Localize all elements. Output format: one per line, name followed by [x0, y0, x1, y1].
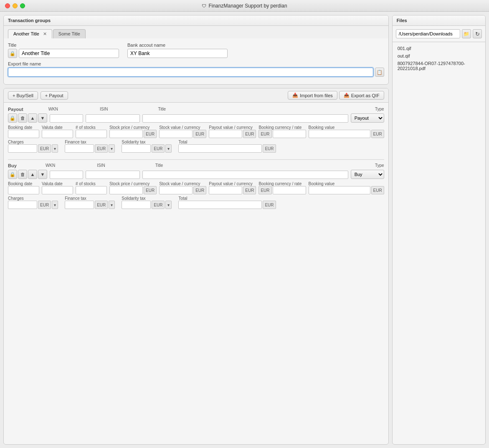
bank-account-input[interactable]: [127, 49, 228, 58]
close-button[interactable]: [5, 3, 10, 8]
buy-booking-currency-input[interactable]: [273, 186, 306, 194]
payout-delete-btn[interactable]: 🗑: [18, 113, 27, 123]
minimize-button[interactable]: [13, 3, 18, 8]
files-panel: Files 📁 ↻ 001.qif out.qif 80079: [392, 15, 486, 445]
payout-stock-value-currency: EUR: [193, 130, 206, 138]
payout-type-col-label: Payout: [8, 107, 23, 112]
tab-some-title[interactable]: Some Title: [53, 29, 86, 38]
payout-wkn-col: WKN: [48, 107, 58, 112]
payout-valuta-date-label: Valuta date: [42, 125, 73, 130]
payout-total-currency: EUR: [263, 144, 276, 153]
buy-num-stocks-label: # of stocks: [76, 181, 107, 186]
export-file-browse-button[interactable]: 📋: [375, 68, 384, 77]
payout-charges-currency: EUR: [38, 144, 51, 153]
payout-booking-value-input[interactable]: [309, 130, 370, 138]
payout-payout-value-label: Payout value / currency: [209, 125, 256, 130]
buy-payout-value-currency: EUR: [243, 186, 256, 194]
buy-valuta-date-input[interactable]: [42, 186, 73, 194]
payout-stock-price-input[interactable]: [109, 130, 143, 138]
buy-booking-value-input[interactable]: [309, 186, 370, 194]
payout-isin-input[interactable]: [86, 114, 140, 123]
transactions-toolbar: + Buy/Sell + Payout 📥 Import from files …: [4, 88, 388, 103]
buy-booking-value-currency: EUR: [371, 186, 384, 194]
payout-type-select[interactable]: Payout: [351, 113, 384, 123]
payout-booking-currency-label: Booking currency / rate: [258, 125, 306, 130]
import-from-files-button[interactable]: 📥 Import from files: [288, 91, 337, 100]
export-as-qif-button[interactable]: 📤 Export as QIF: [339, 91, 384, 100]
transaction-block-buy: Buy WKN ISIN Title Type 🔒 🗑 ▲ ▼: [8, 163, 384, 209]
buy-booking-value-label: Booking value: [309, 181, 384, 186]
payout-booking-date-input[interactable]: [8, 130, 39, 138]
files-refresh-button[interactable]: ↻: [473, 29, 482, 38]
tab-close-icon[interactable]: ✕: [43, 31, 47, 36]
file-item[interactable]: 001.qif: [396, 45, 482, 52]
buy-wkn-input[interactable]: [50, 171, 83, 179]
payout-stock-value-input[interactable]: [159, 130, 193, 138]
tab-another-title[interactable]: Another Title ✕: [8, 29, 52, 38]
payout-payout-value-input[interactable]: [209, 130, 242, 138]
buy-stock-price-input[interactable]: [109, 186, 143, 194]
buy-down-btn[interactable]: ▼: [38, 170, 47, 179]
file-item[interactable]: 8007927844-OR07-1297478700-20221018.pdf: [396, 60, 482, 72]
folder-browse-icon: 📁: [464, 31, 469, 37]
maximize-button[interactable]: [20, 3, 25, 8]
lock-button[interactable]: 🔒: [8, 49, 17, 58]
payout-valuta-date-input[interactable]: [42, 130, 73, 138]
payout-booking-currency-input[interactable]: [273, 130, 306, 138]
files-browse-button[interactable]: 📁: [462, 29, 471, 38]
payout-up-btn[interactable]: ▲: [28, 113, 37, 123]
buy-isin-input[interactable]: [86, 171, 140, 179]
buy-finance-tax-input[interactable]: [65, 201, 94, 209]
buy-up-btn[interactable]: ▲: [28, 170, 37, 179]
payout-title-col: Title: [158, 107, 166, 112]
payout-solidarity-input[interactable]: [122, 144, 151, 153]
buy-solidarity-label: Solidarity tax: [122, 196, 172, 201]
payout-isin-col: ISIN: [100, 107, 108, 112]
payout-stock-price-currency: EUR: [144, 130, 157, 138]
payout-stock-price-label: Stock price / currency: [109, 125, 157, 130]
buy-wkn-col: WKN: [46, 163, 55, 168]
payout-button[interactable]: + Payout: [41, 91, 68, 100]
buy-lock-btn[interactable]: 🔒: [8, 170, 17, 179]
payout-total-label: Total: [178, 140, 276, 144]
buy-sell-button[interactable]: + Buy/Sell: [8, 91, 38, 100]
buy-type-select[interactable]: Buy: [351, 170, 384, 179]
payout-charges-input[interactable]: [8, 144, 37, 153]
payout-down-btn[interactable]: ▼: [38, 113, 47, 123]
buy-booking-currency-label: Booking currency / rate: [258, 181, 306, 186]
buy-stock-price-currency: EUR: [144, 186, 157, 194]
bank-account-label: Bank accout name: [127, 43, 228, 48]
payout-title-input[interactable]: [142, 114, 348, 123]
title-bar: FinanzManager Support by perdian: [0, 0, 489, 12]
title-input[interactable]: [19, 49, 119, 58]
payout-lock-btn[interactable]: 🔒: [8, 113, 17, 123]
buy-total-currency: EUR: [263, 201, 276, 209]
payout-total-input[interactable]: [178, 144, 262, 153]
payout-payout-value-currency: EUR: [243, 130, 256, 138]
buy-num-stocks-input[interactable]: [76, 186, 107, 194]
files-path-input[interactable]: [396, 29, 460, 38]
lock-icon: 🔒: [10, 51, 15, 56]
payout-finance-tax-input[interactable]: [65, 144, 94, 153]
file-item[interactable]: out.qif: [396, 52, 482, 60]
buy-payout-value-input[interactable]: [209, 186, 242, 194]
buy-stock-value-input[interactable]: [159, 186, 193, 194]
payout-booking-date-label: Booking date: [8, 125, 39, 130]
payout-solidarity-tax-label: Solidarity tax: [122, 140, 172, 144]
title-bar-title: FinanzManager Support by perdian: [202, 3, 287, 9]
payout-booking-currency-tag: EUR: [258, 130, 271, 138]
buy-stock-value-currency: EUR: [193, 186, 206, 194]
folder-icon: 📋: [377, 70, 383, 75]
transaction-groups-panel: Transaction groups Another Title ✕ Some …: [3, 15, 389, 85]
buy-total-input[interactable]: [178, 201, 262, 209]
payout-wkn-input[interactable]: [50, 114, 83, 123]
buy-charges-currency: EUR: [38, 201, 51, 209]
buy-charges-input[interactable]: [8, 201, 37, 209]
buy-booking-date-input[interactable]: [8, 186, 39, 194]
buy-title-input[interactable]: [142, 171, 348, 179]
payout-num-stocks-input[interactable]: [76, 130, 107, 138]
files-path-row: 📁 ↻: [393, 26, 485, 42]
export-file-input[interactable]: [8, 68, 373, 77]
buy-solidarity-input[interactable]: [122, 201, 151, 209]
buy-delete-btn[interactable]: 🗑: [18, 170, 27, 179]
